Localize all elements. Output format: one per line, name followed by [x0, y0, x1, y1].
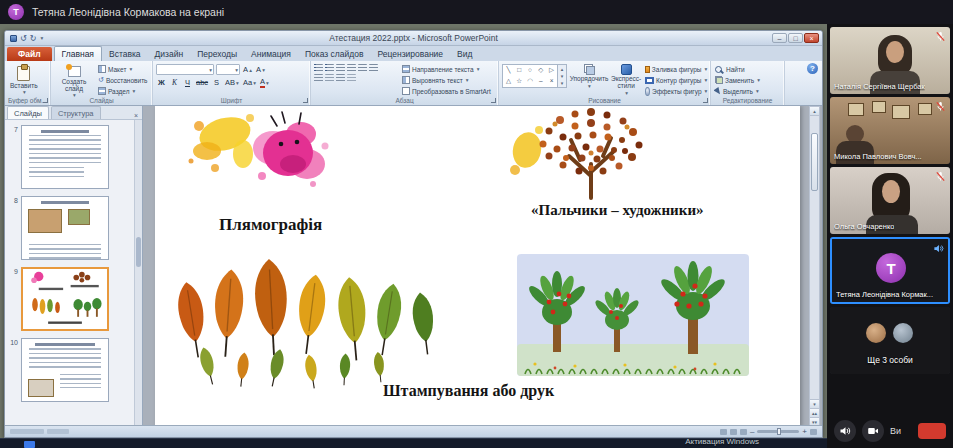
slide-text-blot[interactable]: Плямографія	[219, 215, 322, 235]
quick-access-toolbar[interactable]: ↺ ↻ ▾	[10, 34, 43, 43]
zoom-in-icon[interactable]: +	[802, 428, 807, 436]
tab-home[interactable]: Главная	[54, 46, 102, 61]
increase-indent-icon[interactable]	[347, 64, 356, 72]
tab-view[interactable]: Вид	[450, 47, 479, 61]
save-icon[interactable]	[10, 35, 17, 42]
slide-thumbnail[interactable]	[21, 125, 109, 189]
find-button[interactable]: Найти	[714, 64, 761, 74]
section-button[interactable]: Раздел▾	[97, 86, 149, 96]
dialog-launcher-icon[interactable]	[303, 98, 308, 103]
new-slide-button[interactable]: Создать слайд▾	[54, 64, 94, 99]
shrink-font-button[interactable]: А▾	[255, 64, 266, 75]
maximize-button[interactable]: □	[788, 33, 803, 43]
qat-dropdown-icon[interactable]: ▾	[40, 35, 43, 41]
slide-thumbnail-selected[interactable]	[21, 267, 109, 331]
dialog-launcher-icon[interactable]	[43, 98, 48, 103]
slide-scrollbar[interactable]: ▴ ▾ ▴▴ ▾▾	[809, 106, 820, 427]
strikethrough-button[interactable]: abc	[195, 77, 209, 88]
sorter-view-icon[interactable]	[730, 429, 737, 435]
gallery-scroll[interactable]: ▴▾▾	[558, 64, 567, 88]
title-bar[interactable]: ↺ ↻ ▾ Атестация 2022.pptx - Microsoft Po…	[5, 31, 822, 46]
shape-icon[interactable]: △	[506, 78, 511, 85]
shapes-gallery[interactable]: ╲□○◇▷△☆◠–×	[502, 64, 558, 88]
help-icon[interactable]: ?	[807, 63, 818, 74]
tab-review[interactable]: Рецензирование	[370, 47, 450, 61]
shape-icon[interactable]: ☆	[516, 78, 522, 85]
char-spacing-button[interactable]: АВ▾	[224, 77, 240, 88]
tab-file[interactable]: Файл	[7, 47, 52, 61]
video-button[interactable]	[862, 420, 884, 442]
select-button[interactable]: Выделить▾	[714, 86, 761, 96]
paste-button[interactable]: Вставить▾	[8, 64, 40, 96]
redo-icon[interactable]: ↻	[30, 34, 37, 43]
align-text-button[interactable]: Выровнять текст▾	[401, 75, 493, 85]
panel-close-icon[interactable]: ×	[132, 112, 140, 119]
tab-insert[interactable]: Вставка	[102, 47, 148, 61]
shape-icon[interactable]: ▷	[549, 67, 554, 74]
more-participants-tile[interactable]: Ще 3 особи	[830, 307, 950, 374]
shape-fill-button[interactable]: Заливка фигуры▾	[644, 64, 708, 74]
panel-tab-outline[interactable]: Структура	[51, 106, 101, 119]
slideshow-view-icon[interactable]	[740, 429, 747, 435]
italic-button[interactable]: К	[169, 77, 180, 88]
slide-text-stamp[interactable]: Штампування або друк	[383, 382, 554, 400]
participant-tile-active[interactable]: Т Тетяна Леонідівна Кормак...	[830, 237, 950, 304]
dialog-launcher-icon[interactable]	[491, 98, 496, 103]
shape-icon[interactable]: ○	[528, 67, 532, 74]
slide-thumbnail[interactable]	[21, 196, 109, 260]
leave-button[interactable]	[918, 423, 946, 439]
justify-icon[interactable]	[347, 74, 356, 82]
replace-button[interactable]: Заменить▾	[714, 75, 761, 85]
font-color-button[interactable]: А▾	[259, 77, 270, 88]
scrollbar-thumb[interactable]	[811, 133, 818, 191]
shape-icon[interactable]: ×	[550, 78, 554, 85]
participant-tile[interactable]: Микола Павлович Вовч...	[830, 97, 950, 164]
reset-button[interactable]: ↺ Восстановить	[97, 75, 149, 85]
slide-thumbnail[interactable]	[21, 338, 109, 402]
font-name-select[interactable]: ▾	[156, 64, 214, 75]
layout-button[interactable]: Макет▾	[97, 64, 149, 74]
audio-button[interactable]	[834, 420, 856, 442]
underline-button[interactable]: Ч	[182, 77, 193, 88]
text-shadow-button[interactable]: S	[211, 77, 222, 88]
normal-view-icon[interactable]	[720, 429, 727, 435]
tab-animation[interactable]: Анимация	[244, 47, 298, 61]
shape-icon[interactable]: ◇	[538, 67, 543, 74]
dialog-launcher-icon[interactable]	[703, 98, 708, 103]
bold-button[interactable]: Ж	[156, 77, 167, 88]
numbering-icon[interactable]	[325, 64, 334, 72]
bullets-icon[interactable]	[314, 64, 323, 72]
panel-scrollbar[interactable]	[134, 120, 142, 427]
smartart-button[interactable]: Преобразовать в SmartArt	[401, 86, 493, 96]
line-spacing-icon[interactable]	[358, 64, 367, 72]
zoom-out-icon[interactable]: –	[750, 428, 754, 436]
shape-icon[interactable]: □	[517, 67, 521, 74]
quick-styles-button[interactable]: Экспресс-стили▾	[611, 64, 641, 96]
slide[interactable]: Плямографія «Пальчики – художники» Штамп…	[155, 106, 800, 427]
undo-icon[interactable]: ↺	[20, 34, 27, 43]
fit-to-window-icon[interactable]	[810, 429, 817, 435]
font-size-select[interactable]: ▾	[216, 64, 240, 75]
shape-icon[interactable]: –	[539, 78, 543, 85]
tab-design[interactable]: Дизайн	[148, 47, 191, 61]
change-case-button[interactable]: Аа▾	[242, 77, 257, 88]
scroll-down-icon[interactable]: ▾	[810, 399, 819, 408]
tab-transitions[interactable]: Переходы	[190, 47, 244, 61]
decrease-indent-icon[interactable]	[336, 64, 345, 72]
text-direction-button[interactable]: Направление текста▾	[401, 64, 493, 74]
grow-font-button[interactable]: А▴	[242, 64, 253, 75]
slide-text-fingers[interactable]: «Пальчики – художники»	[531, 202, 704, 219]
shape-icon[interactable]: ╲	[506, 67, 510, 74]
align-center-icon[interactable]	[325, 74, 334, 82]
participant-tile[interactable]: Наталія Сергіївна Щербак	[830, 27, 950, 94]
shape-effects-button[interactable]: Эффекты фигур▾	[644, 86, 708, 96]
zoom-slider[interactable]	[757, 430, 799, 433]
panel-tab-slides[interactable]: Слайды	[7, 106, 49, 119]
taskbar-app-icon[interactable]	[24, 441, 35, 448]
tab-slideshow[interactable]: Показ слайдов	[298, 47, 371, 61]
shape-icon[interactable]: ◠	[527, 78, 533, 85]
align-right-icon[interactable]	[336, 74, 345, 82]
you-label[interactable]: Ви	[890, 426, 901, 436]
arrange-button[interactable]: Упорядочить▾	[570, 64, 608, 90]
align-left-icon[interactable]	[314, 74, 323, 82]
